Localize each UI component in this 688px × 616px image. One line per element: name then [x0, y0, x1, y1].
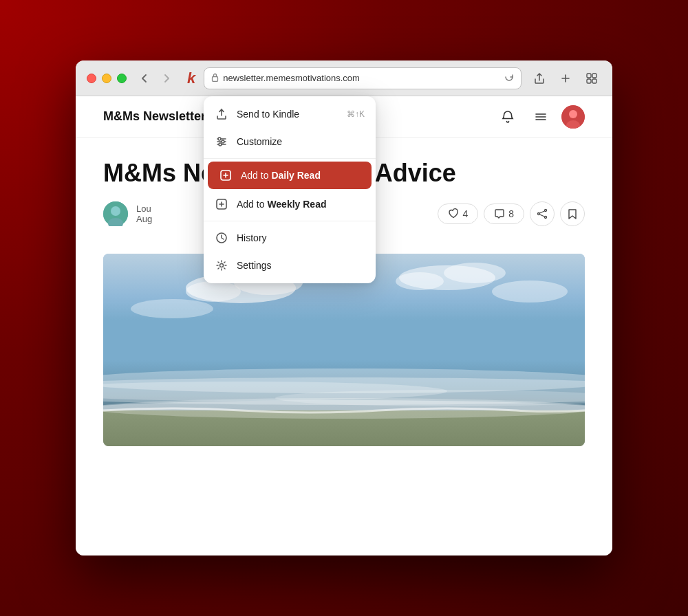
svg-rect-33 — [103, 360, 585, 412]
menu-shortcut-send-to-kindle: ⌘↑K — [347, 109, 365, 119]
new-tab-button[interactable] — [556, 69, 575, 88]
dropdown-menu: Send to Kindle ⌘↑K Customize — [204, 96, 376, 283]
tab-overview-button[interactable] — [582, 69, 601, 88]
menu-label-history: History — [237, 232, 365, 243]
toolbar-right — [530, 69, 601, 88]
browser-window: k newsletter.memesmotivations.com — [76, 60, 612, 556]
avatar[interactable] — [561, 105, 585, 129]
svg-point-34 — [103, 368, 585, 393]
svg-rect-1 — [587, 74, 591, 78]
minimize-button[interactable] — [102, 74, 111, 83]
menu-label-send-to-kindle: Send to Kindle — [237, 109, 338, 120]
gear-icon — [215, 258, 228, 272]
svg-point-35 — [103, 382, 447, 401]
clock-icon — [215, 231, 228, 245]
svg-point-16 — [569, 110, 577, 118]
svg-point-8 — [218, 138, 221, 140]
svg-point-10 — [219, 143, 222, 146]
menu-item-history[interactable]: History — [204, 224, 376, 252]
svg-rect-3 — [587, 79, 591, 83]
bookmark-button[interactable] — [560, 201, 585, 226]
menu-button[interactable] — [528, 104, 553, 129]
url-text: newsletter.memesmotivations.com — [223, 73, 500, 83]
svg-point-14 — [220, 264, 224, 267]
svg-point-30 — [396, 272, 444, 290]
svg-rect-0 — [213, 77, 218, 82]
svg-rect-4 — [592, 79, 596, 83]
traffic-lights — [87, 74, 127, 83]
svg-point-19 — [111, 206, 120, 216]
plus-square-icon — [219, 168, 233, 182]
svg-point-29 — [444, 263, 506, 283]
svg-point-9 — [222, 140, 224, 143]
site-header-actions — [495, 104, 585, 129]
svg-rect-2 — [592, 74, 596, 78]
lock-icon — [211, 73, 219, 83]
author-avatar — [103, 201, 128, 226]
maximize-button[interactable] — [117, 74, 127, 83]
upload-icon — [215, 107, 228, 121]
author-date: Aug — [136, 214, 152, 224]
menu-item-add-daily-read[interactable]: Add to Daily Read — [208, 162, 372, 189]
address-bar[interactable]: newsletter.memesmotivations.com — [204, 67, 522, 89]
article-actions: 4 8 — [438, 201, 585, 226]
plus-square-outline-icon — [215, 197, 228, 211]
author-name: Lou — [136, 204, 152, 214]
svg-point-22 — [538, 213, 540, 215]
share-button[interactable] — [530, 69, 549, 88]
comment-button[interactable]: 8 — [484, 204, 524, 224]
svg-point-36 — [275, 390, 585, 406]
share-article-button[interactable] — [530, 201, 555, 226]
forward-button[interactable] — [157, 69, 176, 88]
svg-point-31 — [492, 280, 568, 302]
menu-label-weekly-bold: Weekly Read — [267, 199, 326, 210]
menu-divider-1 — [204, 158, 376, 159]
menu-label-daily-bold: Daily Read — [271, 170, 321, 181]
menu-item-send-to-kindle[interactable]: Send to Kindle ⌘↑K — [204, 100, 376, 128]
sliders-icon — [215, 135, 228, 148]
svg-point-23 — [545, 217, 547, 219]
back-button[interactable] — [135, 69, 154, 88]
close-button[interactable] — [87, 74, 96, 83]
menu-divider-2 — [204, 221, 376, 221]
svg-point-21 — [545, 210, 547, 212]
menu-label-add-daily: Add to Daily Read — [241, 170, 361, 181]
menu-label-customize: Customize — [237, 136, 365, 147]
like-count: 4 — [462, 208, 468, 219]
svg-rect-38 — [103, 410, 585, 446]
title-bar: k newsletter.memesmotivations.com — [76, 60, 612, 96]
kindle-logo: k — [187, 69, 195, 87]
like-button[interactable]: 4 — [438, 204, 478, 224]
comment-count: 8 — [508, 208, 514, 219]
reload-button[interactable] — [504, 72, 514, 84]
menu-label-settings: Settings — [237, 260, 365, 271]
notification-button[interactable] — [495, 104, 520, 129]
author-info: Lou Aug — [136, 204, 152, 224]
menu-item-add-weekly-read[interactable]: Add to Weekly Read — [204, 190, 376, 218]
menu-item-customize[interactable]: Customize — [204, 128, 376, 155]
svg-point-32 — [131, 299, 213, 318]
menu-label-add-weekly: Add to Weekly Read — [237, 199, 365, 210]
nav-buttons — [135, 69, 176, 88]
svg-point-27 — [186, 281, 241, 302]
menu-item-settings[interactable]: Settings — [204, 252, 376, 279]
